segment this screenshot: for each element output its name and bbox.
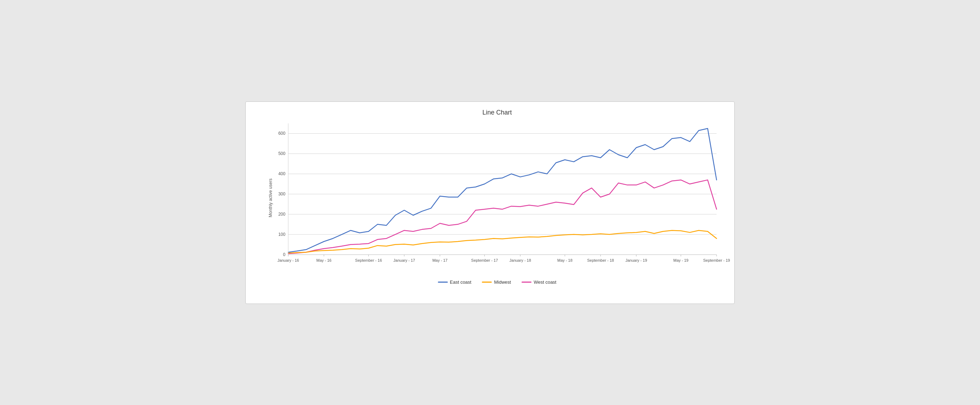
chart-legend: East coast Midwest West coast — [270, 279, 724, 285]
y-axis-label: Monthly active users — [268, 179, 273, 217]
legend-label-midwest: Midwest — [494, 279, 511, 285]
chart-area: Monthly active users 0100200300400500600… — [270, 120, 724, 276]
svg-text:September - 16: September - 16 — [355, 258, 382, 262]
svg-text:May - 18: May - 18 — [557, 258, 573, 262]
svg-text:200: 200 — [278, 212, 285, 217]
legend-label-east-coast: East coast — [450, 279, 472, 285]
svg-text:January - 16: January - 16 — [277, 258, 299, 262]
legend-label-west-coast: West coast — [534, 279, 556, 285]
svg-text:September - 18: September - 18 — [587, 258, 614, 262]
svg-text:0: 0 — [283, 252, 285, 257]
svg-text:May - 16: May - 16 — [316, 258, 331, 262]
svg-text:January - 17: January - 17 — [394, 258, 415, 262]
legend-item-west-coast: West coast — [522, 279, 556, 285]
chart-container: Line Chart Monthly active users 01002003… — [245, 101, 735, 304]
svg-text:100: 100 — [278, 232, 285, 237]
svg-text:500: 500 — [278, 151, 285, 156]
svg-text:May - 19: May - 19 — [673, 258, 689, 262]
chart-svg: 0100200300400500600January - 16May - 16S… — [270, 120, 724, 276]
svg-text:May - 17: May - 17 — [432, 258, 447, 262]
legend-item-east-coast: East coast — [438, 279, 472, 285]
chart-title: Line Chart — [270, 109, 724, 116]
legend-line-west-coast — [522, 282, 531, 283]
svg-text:September - 19: September - 19 — [703, 258, 730, 262]
legend-line-midwest — [482, 282, 492, 283]
legend-item-midwest: Midwest — [482, 279, 511, 285]
legend-line-east-coast — [438, 282, 448, 283]
svg-text:400: 400 — [278, 171, 285, 176]
svg-text:300: 300 — [278, 191, 285, 196]
svg-text:September - 17: September - 17 — [471, 258, 498, 262]
svg-text:January - 18: January - 18 — [509, 258, 531, 262]
svg-text:600: 600 — [278, 131, 285, 136]
svg-text:January - 19: January - 19 — [625, 258, 647, 262]
